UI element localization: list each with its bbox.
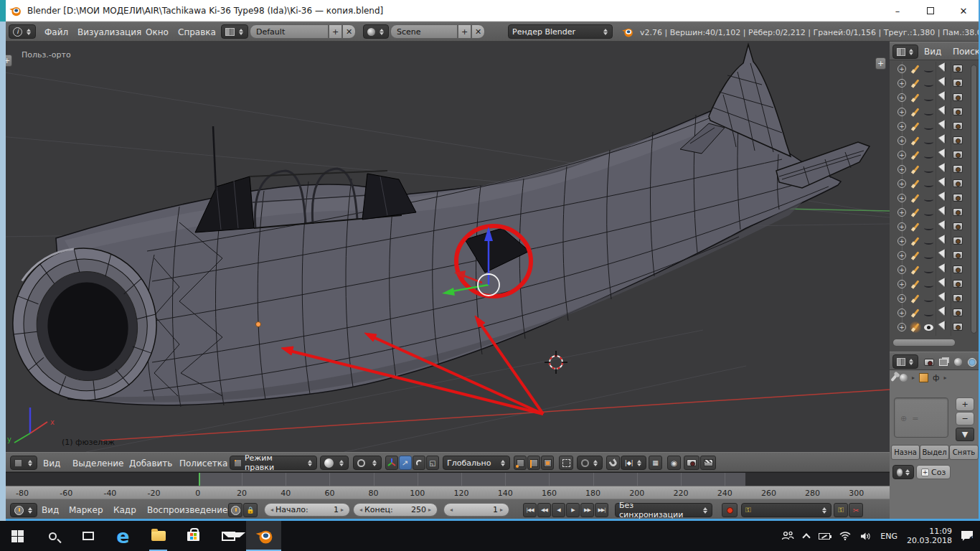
current-frame-field[interactable]: 1 bbox=[443, 503, 509, 517]
viewport-shading-dropdown[interactable] bbox=[320, 456, 349, 470]
selectable-cursor-icon[interactable] bbox=[938, 177, 948, 187]
delete-layout-button[interactable]: ✕ bbox=[342, 24, 356, 39]
outliner-row[interactable]: + bbox=[890, 263, 967, 277]
pin-icon[interactable] bbox=[890, 374, 897, 381]
scene-name-field[interactable]: Scene bbox=[390, 24, 458, 39]
snap-target-button[interactable]: ▦ bbox=[649, 456, 662, 470]
selectable-cursor-icon[interactable] bbox=[938, 235, 948, 245]
selectable-cursor-icon[interactable] bbox=[938, 220, 948, 230]
outliner-editor-type-dropdown[interactable] bbox=[892, 44, 918, 59]
outliner-row[interactable]: + bbox=[890, 76, 967, 90]
properties-editor-type-dropdown[interactable] bbox=[892, 354, 918, 369]
view3d-editor-type-dropdown[interactable] bbox=[10, 456, 37, 470]
renderable-camera-icon[interactable] bbox=[953, 251, 963, 259]
pivot-point-dropdown[interactable] bbox=[353, 456, 382, 470]
curve-object-icon[interactable] bbox=[910, 77, 921, 89]
menu-window[interactable]: Окно bbox=[146, 27, 169, 37]
expand-icon[interactable]: + bbox=[897, 108, 906, 116]
proportional-edit-dropdown[interactable] bbox=[577, 456, 603, 470]
preview-range-button[interactable] bbox=[228, 503, 242, 517]
expand-icon[interactable]: + bbox=[897, 151, 906, 159]
expand-icon[interactable]: + bbox=[897, 79, 906, 88]
visibility-eye-icon[interactable] bbox=[924, 283, 933, 288]
renderable-camera-icon[interactable] bbox=[953, 237, 963, 245]
playback-button[interactable]: ◀ bbox=[552, 503, 565, 517]
timeline-menu-view[interactable]: Вид bbox=[42, 505, 59, 515]
selectable-cursor-icon[interactable] bbox=[938, 163, 948, 173]
taskbar-clock[interactable]: 11:09 20.03.2018 bbox=[907, 527, 952, 545]
selectable-cursor-icon[interactable] bbox=[938, 292, 948, 302]
outliner-row[interactable]: + bbox=[890, 205, 967, 220]
add-scene-button[interactable]: + bbox=[458, 24, 471, 39]
curve-object-icon[interactable] bbox=[910, 307, 921, 319]
renderable-camera-icon[interactable] bbox=[953, 151, 963, 159]
curve-object-icon[interactable] bbox=[910, 178, 921, 189]
wifi-icon[interactable] bbox=[839, 532, 851, 540]
language-indicator[interactable]: ENG bbox=[880, 532, 897, 541]
visibility-eye-icon[interactable] bbox=[924, 68, 933, 72]
visibility-eye-icon[interactable] bbox=[924, 226, 933, 230]
visibility-eye-icon[interactable] bbox=[924, 269, 933, 273]
expand-icon[interactable]: + bbox=[897, 251, 906, 260]
visibility-eye-icon[interactable] bbox=[924, 255, 933, 259]
visibility-eye-icon[interactable] bbox=[924, 126, 933, 130]
timeline-menu-frame[interactable]: Кадр bbox=[113, 505, 136, 515]
new-material-button[interactable]: + Соз bbox=[916, 465, 951, 479]
expand-icon[interactable]: + bbox=[897, 194, 906, 202]
render-engine-dropdown[interactable]: Рендер Blender bbox=[508, 24, 613, 39]
battery-icon[interactable] bbox=[819, 533, 830, 540]
outliner-row[interactable]: + bbox=[890, 191, 967, 205]
menu-file[interactable]: Файл bbox=[44, 27, 68, 37]
selectable-cursor-icon[interactable] bbox=[938, 149, 948, 159]
frame-end-field[interactable]: Конец:250 bbox=[353, 503, 438, 517]
curve-object-icon[interactable] bbox=[910, 92, 921, 103]
expand-icon[interactable]: + bbox=[897, 280, 906, 288]
selectable-cursor-icon[interactable] bbox=[938, 263, 948, 273]
outliner-row[interactable]: + bbox=[890, 162, 967, 176]
timeline-menu-playback[interactable]: Воспроизведение bbox=[147, 505, 227, 515]
av-sync-dropdown[interactable]: Без синхронизации bbox=[615, 503, 712, 517]
edge-select-button[interactable] bbox=[527, 456, 540, 470]
keying-set-dropdown[interactable]: ⚿ bbox=[741, 503, 831, 517]
curve-object-icon[interactable] bbox=[910, 121, 921, 132]
face-select-button[interactable] bbox=[541, 456, 554, 470]
expand-icon[interactable]: + bbox=[897, 179, 906, 188]
curve-object-icon[interactable] bbox=[910, 192, 921, 204]
visibility-eye-icon[interactable] bbox=[924, 183, 933, 187]
lock-time-cursor-button[interactable]: 🔒 bbox=[243, 503, 258, 517]
minimize-button[interactable]: – bbox=[881, 0, 914, 22]
selectable-cursor-icon[interactable] bbox=[938, 105, 948, 116]
visibility-eye-icon[interactable] bbox=[924, 83, 933, 87]
volume-icon[interactable] bbox=[860, 532, 871, 541]
renderable-camera-icon[interactable] bbox=[953, 122, 963, 130]
outliner-row[interactable]: + bbox=[890, 234, 967, 248]
record-button[interactable] bbox=[722, 503, 738, 517]
expand-icon[interactable]: + bbox=[897, 323, 906, 331]
visibility-eye-icon[interactable] bbox=[924, 111, 933, 116]
view3d-menu-view[interactable]: Вид bbox=[43, 458, 60, 468]
screen-layout-dropdown[interactable] bbox=[221, 24, 248, 39]
translate-manipulator-button[interactable]: → bbox=[399, 456, 412, 470]
screen-layout-name-field[interactable]: Default bbox=[250, 24, 329, 39]
outliner-row[interactable]: + bbox=[890, 320, 967, 334]
renderable-camera-icon[interactable] bbox=[953, 136, 963, 144]
expand-icon[interactable]: + bbox=[897, 294, 906, 303]
close-button[interactable]: ✕ bbox=[947, 0, 980, 22]
properties-region-expand-button[interactable]: + bbox=[875, 57, 886, 70]
expand-icon[interactable]: + bbox=[897, 165, 906, 174]
outliner-row[interactable]: + bbox=[890, 248, 967, 263]
remove-material-slot-button[interactable]: − bbox=[956, 412, 974, 425]
expand-icon[interactable]: + bbox=[897, 222, 906, 231]
selectable-cursor-icon[interactable] bbox=[938, 91, 948, 101]
renderable-camera-icon[interactable] bbox=[953, 194, 963, 202]
3d-viewport[interactable]: x y Польз.-орто (1) фюзеляж + + bbox=[0, 42, 890, 452]
expand-icon[interactable]: + bbox=[897, 93, 906, 102]
material-specials-dropdown[interactable]: ▼ bbox=[956, 428, 974, 441]
scene-dropdown[interactable] bbox=[363, 24, 389, 39]
expand-icon[interactable]: + bbox=[897, 309, 906, 317]
task-view-button[interactable] bbox=[70, 521, 105, 551]
renderable-camera-icon[interactable] bbox=[953, 280, 963, 288]
outliner-row[interactable]: + bbox=[890, 62, 967, 76]
curve-object-icon[interactable] bbox=[910, 63, 921, 75]
limit-selection-visible-button[interactable] bbox=[559, 456, 573, 470]
